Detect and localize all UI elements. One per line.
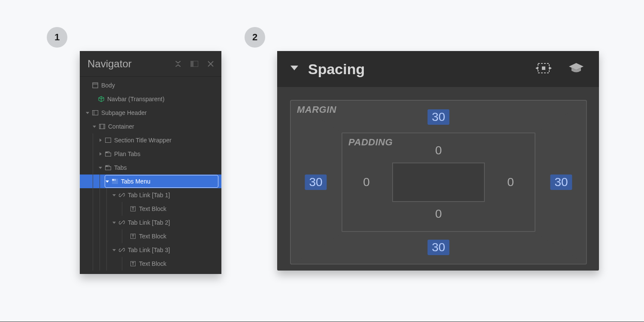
svg-rect-16 xyxy=(112,179,114,181)
tabs-icon xyxy=(105,150,112,157)
link-icon xyxy=(118,192,125,199)
expand-icon[interactable] xyxy=(112,247,117,253)
tabs-icon xyxy=(105,164,112,171)
tree-item-label: Tabs Menu xyxy=(121,178,150,185)
svg-rect-13 xyxy=(106,166,108,167)
tree-item[interactable]: Tab Link [Tab 2] xyxy=(80,216,221,229)
text-icon xyxy=(130,233,136,240)
svg-rect-7 xyxy=(100,124,104,129)
link-icon xyxy=(118,247,125,253)
expand-icon xyxy=(123,261,128,266)
tree-item[interactable]: Plan Tabs xyxy=(80,147,221,161)
cube-icon xyxy=(98,96,105,102)
expand-icon[interactable] xyxy=(112,220,117,225)
svg-rect-1 xyxy=(191,61,194,66)
panel-dock-icon[interactable] xyxy=(190,61,198,67)
spacing-title: Spacing xyxy=(308,61,535,78)
svg-rect-2 xyxy=(93,83,98,88)
expand-icon[interactable] xyxy=(98,138,103,143)
padding-left-value[interactable]: 0 xyxy=(359,175,374,190)
padding-bottom-value[interactable]: 0 xyxy=(431,206,446,222)
expand-icon xyxy=(85,83,90,88)
navigator-panel: Navigator BodyNavbar (Transparent)Subpag… xyxy=(80,51,221,274)
tree-item[interactable]: Text Block xyxy=(80,229,221,243)
svg-rect-9 xyxy=(106,153,111,156)
tree-item-label: Subpage Header xyxy=(101,109,147,116)
graduation-cap-icon[interactable] xyxy=(569,63,584,75)
tree-item[interactable]: Tab Link [Tab 3] xyxy=(80,243,221,257)
tree-item[interactable]: Tabs xyxy=(80,161,221,175)
expand-icon xyxy=(123,234,128,239)
expand-icon[interactable] xyxy=(105,179,110,184)
link-icon xyxy=(118,219,125,226)
collapse-all-icon[interactable] xyxy=(175,60,181,67)
expand-icon[interactable] xyxy=(98,165,103,170)
spacing-panel: Spacing xyxy=(277,51,599,271)
section-icon xyxy=(92,109,99,116)
tabsmenu-icon xyxy=(112,178,118,185)
margin-right-value[interactable]: 30 xyxy=(550,175,572,190)
svg-rect-12 xyxy=(106,167,111,170)
tree-item-label: Navbar (Transparent) xyxy=(107,96,164,102)
tree-item[interactable]: Navbar (Transparent) xyxy=(80,92,221,106)
rect-icon xyxy=(105,137,112,144)
expand-icon[interactable] xyxy=(92,124,97,129)
section-collapse-icon[interactable] xyxy=(290,65,299,73)
spacing-preset-icon[interactable] xyxy=(535,62,552,76)
svg-rect-4 xyxy=(93,111,98,115)
tree-item[interactable]: Tabs Menu xyxy=(80,175,221,188)
tree-item-label: Text Block xyxy=(139,233,166,240)
svg-rect-17 xyxy=(114,179,116,181)
navigator-tree: BodyNavbar (Transparent)Subpage HeaderCo… xyxy=(80,77,221,274)
tree-item-label: Text Block xyxy=(139,260,166,267)
tree-item-label: Body xyxy=(101,82,115,89)
navigator-title: Navigator xyxy=(88,58,175,70)
tree-item-label: Tab Link [Tab 2] xyxy=(128,219,170,226)
step-badge-2: 2 xyxy=(245,27,265,48)
margin-label: MARGIN xyxy=(297,104,336,115)
tree-item-label: Container xyxy=(108,123,134,130)
tree-item[interactable]: Section Title Wrapper xyxy=(80,133,221,147)
tree-item[interactable]: Tab Link [Tab 1] xyxy=(80,188,221,202)
tree-item-label: Tab Link [Tab 1] xyxy=(128,192,170,199)
margin-left-value[interactable]: 30 xyxy=(305,175,327,190)
svg-rect-14 xyxy=(108,166,109,167)
expand-icon[interactable] xyxy=(85,110,90,115)
margin-top-value[interactable]: 30 xyxy=(427,109,449,125)
svg-rect-10 xyxy=(106,152,108,153)
padding-top-value[interactable]: 0 xyxy=(431,143,446,158)
doc-icon xyxy=(92,82,99,89)
tree-item-label: Section Title Wrapper xyxy=(114,137,172,144)
svg-rect-8 xyxy=(106,138,111,143)
tree-item[interactable]: Text Block xyxy=(80,257,221,271)
layout-icon xyxy=(99,123,106,130)
step-badge-1: 1 xyxy=(47,27,67,48)
tree-item-label: Text Block xyxy=(139,205,166,212)
content-box xyxy=(392,163,485,202)
svg-rect-22 xyxy=(542,66,545,70)
text-icon xyxy=(130,260,136,267)
expand-icon xyxy=(91,96,96,102)
svg-rect-11 xyxy=(108,152,109,153)
tree-item[interactable]: Container xyxy=(80,120,221,133)
expand-icon[interactable] xyxy=(112,193,117,198)
tree-item[interactable]: Body xyxy=(80,78,221,92)
expand-icon xyxy=(123,206,128,211)
padding-right-value[interactable]: 0 xyxy=(503,175,518,190)
tree-item-label: Plan Tabs xyxy=(114,150,140,157)
text-icon xyxy=(130,205,136,212)
margin-bottom-value[interactable]: 30 xyxy=(427,240,449,255)
tree-item-label: Tab Link [Tab 3] xyxy=(128,247,170,253)
padding-label: PADDING xyxy=(348,137,393,148)
close-icon[interactable] xyxy=(208,61,214,67)
tree-item-label: Tabs xyxy=(114,164,127,171)
tree-item[interactable]: Text Block xyxy=(80,202,221,216)
tree-item[interactable]: Subpage Header xyxy=(80,106,221,120)
expand-icon[interactable] xyxy=(98,151,103,156)
